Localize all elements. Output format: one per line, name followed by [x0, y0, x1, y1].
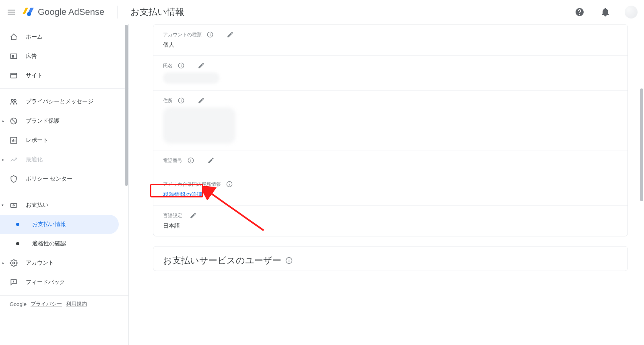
app-header: Google AdSense お支払い情報: [0, 0, 644, 24]
page-title: お支払い情報: [130, 6, 184, 18]
field-name: 氏名: [153, 55, 627, 90]
sidebar-item-account[interactable]: アカウント: [0, 253, 128, 273]
adsense-logo[interactable]: Google AdSense: [23, 6, 104, 18]
policy-icon: [10, 175, 18, 183]
footer-privacy-link[interactable]: プライバシー: [31, 300, 62, 308]
field-label: アカウントの種類: [163, 31, 202, 38]
report-icon: [10, 136, 18, 144]
sidebar-item-label: ブランド保護: [26, 117, 60, 125]
sites-icon: [10, 72, 18, 80]
field-label: 電話番号: [163, 157, 182, 164]
sidebar-item-label: 最適化: [26, 156, 43, 163]
edit-icon[interactable]: [198, 97, 205, 104]
edit-icon[interactable]: [190, 212, 197, 219]
sidebar-item-home[interactable]: ホーム: [0, 27, 128, 47]
sidebar-subitem-label: お支払い情報: [32, 221, 66, 228]
settings-card: アカウントの種類 個人 氏名: [153, 24, 628, 236]
bullet-icon: [16, 242, 19, 245]
adsense-logo-text: Google AdSense: [38, 7, 104, 17]
sidebar-item-label: お支払い: [26, 201, 48, 209]
account-icon: [10, 259, 18, 267]
sidebar-item-reports[interactable]: レポート: [0, 131, 128, 150]
sidebar-item-ads[interactable]: 広告: [0, 47, 128, 66]
sidebar-item-label: サイト: [26, 72, 43, 79]
svg-point-26: [190, 159, 191, 159]
header-divider: [117, 6, 118, 18]
svg-point-29: [229, 183, 229, 183]
field-phone: 電話番号: [153, 150, 627, 174]
redacted-value: [163, 72, 219, 84]
info-icon[interactable]: [226, 181, 233, 188]
sidebar-item-label: ホーム: [26, 33, 43, 41]
manage-tax-info-link[interactable]: 税務情報の管理: [163, 191, 202, 199]
svg-point-12: [13, 262, 15, 264]
svg-point-5: [11, 99, 13, 101]
field-label: アメリカ合衆国の税務情報: [163, 181, 221, 188]
svg-point-20: [181, 64, 181, 64]
info-icon[interactable]: [178, 97, 185, 104]
sidebar-footer: Google プライバシー 利用規約: [0, 296, 128, 312]
info-icon[interactable]: [187, 157, 194, 164]
sidebar-item-feedback[interactable]: フィードバック: [0, 273, 128, 292]
ads-icon: [10, 52, 18, 60]
sidebar-item-payments[interactable]: お支払い: [0, 195, 128, 215]
edit-icon[interactable]: [198, 62, 205, 69]
svg-point-0: [27, 12, 31, 16]
privacy-icon: [10, 98, 18, 106]
field-label: 言語設定: [163, 212, 182, 219]
svg-line-8: [12, 119, 16, 123]
feedback-icon: [10, 278, 18, 286]
home-icon: [10, 33, 18, 41]
help-icon[interactable]: [575, 7, 584, 17]
sidebar-item-policy-center[interactable]: ポリシー センター: [0, 169, 128, 189]
notifications-icon[interactable]: [601, 7, 610, 17]
sidebar-item-label: フィードバック: [26, 279, 65, 286]
field-account-type: アカウントの種類 個人: [153, 25, 627, 55]
user-avatar[interactable]: [625, 6, 638, 18]
sidebar-subitem-eligibility[interactable]: 適格性の確認: [0, 234, 119, 253]
section-title: お支払いサービスのユーザー: [163, 255, 281, 267]
hamburger-menu-icon[interactable]: [6, 7, 16, 17]
field-value: 日本語: [163, 222, 618, 230]
optimize-icon: [10, 156, 18, 164]
svg-rect-10: [11, 203, 17, 207]
svg-point-33: [289, 259, 289, 260]
sidebar-item-label: プライバシーとメッセージ: [26, 98, 93, 105]
payments-icon: [10, 201, 18, 209]
main-scrollbar[interactable]: [640, 88, 643, 201]
redacted-value: [163, 107, 235, 144]
field-value: 個人: [163, 41, 618, 49]
bullet-icon: [16, 223, 19, 226]
sidebar-nav: ホーム 広告 サイト プライバシーとメッセージ: [0, 24, 129, 345]
svg-rect-2: [12, 55, 14, 58]
svg-point-23: [181, 99, 181, 99]
field-us-tax: アメリカ合衆国の税務情報 税務情報の管理: [153, 174, 627, 205]
footer-google-text: Google: [10, 301, 27, 307]
svg-point-14: [13, 282, 14, 283]
brand-protect-icon: [10, 117, 18, 125]
svg-rect-3: [11, 73, 17, 78]
sidebar-item-label: ポリシー センター: [26, 175, 72, 183]
field-language: 言語設定 日本語: [153, 205, 627, 236]
sidebar-item-label: 広告: [26, 53, 37, 60]
info-icon[interactable]: [178, 62, 185, 69]
sidebar-subitem-payment-info[interactable]: お支払い情報: [0, 215, 119, 234]
users-card: お支払いサービスのユーザー: [153, 246, 628, 271]
adsense-logo-icon: [23, 6, 35, 18]
field-label: 氏名: [163, 62, 173, 69]
edit-icon[interactable]: [227, 31, 234, 38]
info-icon[interactable]: [285, 257, 293, 264]
sidebar-item-label: レポート: [26, 137, 48, 144]
info-icon[interactable]: [206, 31, 214, 38]
field-label: 住所: [163, 97, 173, 104]
svg-point-6: [14, 99, 16, 101]
footer-terms-link[interactable]: 利用規約: [66, 300, 87, 308]
field-address: 住所: [153, 90, 627, 150]
edit-icon[interactable]: [207, 157, 215, 164]
sidebar-item-label: アカウント: [26, 259, 54, 267]
sidebar-item-sites[interactable]: サイト: [0, 66, 128, 85]
sidebar-item-brand-protection[interactable]: ブランド保護: [0, 111, 128, 131]
sidebar-item-optimization[interactable]: 最適化: [0, 150, 128, 169]
sidebar-subitem-label: 適格性の確認: [32, 240, 66, 247]
sidebar-item-privacy-messages[interactable]: プライバシーとメッセージ: [0, 92, 128, 111]
